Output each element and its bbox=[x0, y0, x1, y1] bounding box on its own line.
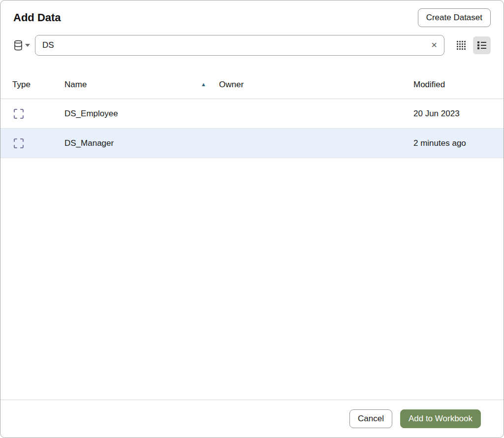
search-row: × bbox=[0, 32, 504, 60]
column-header-type[interactable]: Type bbox=[12, 80, 64, 90]
column-header-owner[interactable]: Owner bbox=[219, 80, 413, 90]
create-dataset-button[interactable]: Create Dataset bbox=[418, 8, 491, 27]
dataset-icon bbox=[12, 107, 64, 120]
dataset-modified: 2 minutes ago bbox=[413, 138, 492, 148]
add-data-dialog: Add Data Create Dataset × bbox=[0, 0, 504, 438]
chevron-down-icon bbox=[25, 44, 30, 47]
empty-list-area bbox=[0, 158, 504, 400]
search-scope-dropdown[interactable] bbox=[13, 40, 30, 51]
cancel-button[interactable]: Cancel bbox=[349, 409, 392, 428]
grid-view-icon bbox=[456, 40, 466, 50]
dialog-title-bar: Add Data Create Dataset bbox=[0, 0, 504, 32]
dataset-name: DS_Manager bbox=[64, 138, 219, 148]
dataset-modified: 20 Jun 2023 bbox=[413, 109, 492, 119]
column-header-name[interactable]: Name ▲ bbox=[64, 80, 219, 90]
list-view-icon bbox=[477, 40, 487, 50]
search-box: × bbox=[35, 35, 444, 56]
page-title: Add Data bbox=[13, 11, 61, 24]
dialog-footer: Cancel Add to Workbook bbox=[0, 400, 504, 438]
database-icon bbox=[13, 40, 23, 51]
sort-ascending-icon[interactable]: ▲ bbox=[201, 82, 206, 87]
table-row[interactable]: DS_Employee 20 Jun 2023 bbox=[0, 99, 504, 129]
table-row[interactable]: DS_Manager 2 minutes ago bbox=[0, 129, 504, 158]
list-view-button[interactable] bbox=[473, 36, 491, 54]
add-to-workbook-button[interactable]: Add to Workbook bbox=[400, 409, 481, 428]
view-toggles bbox=[452, 36, 491, 54]
search-input[interactable] bbox=[35, 35, 444, 56]
clear-search-icon[interactable]: × bbox=[426, 36, 442, 53]
column-header-modified[interactable]: Modified bbox=[413, 80, 492, 90]
table-header-row: Type Name ▲ Owner Modified bbox=[0, 70, 504, 99]
dataset-name: DS_Employee bbox=[64, 109, 219, 119]
grid-view-button[interactable] bbox=[452, 36, 470, 54]
dataset-table: Type Name ▲ Owner Modified DS_Employee 2… bbox=[0, 70, 504, 400]
dataset-icon bbox=[12, 137, 64, 150]
